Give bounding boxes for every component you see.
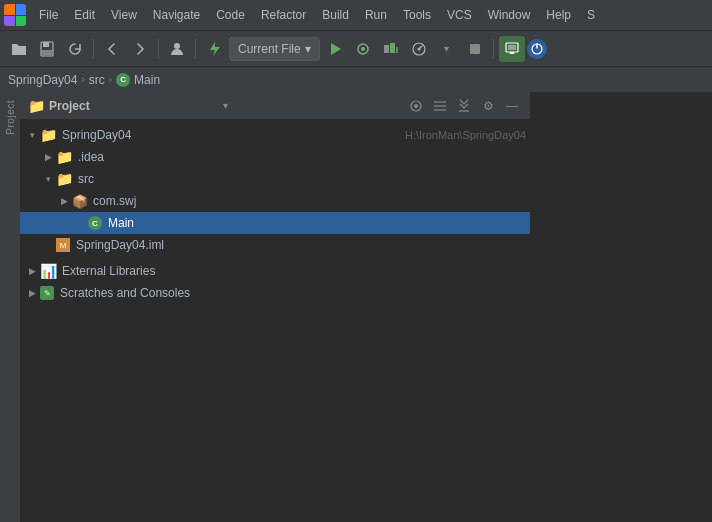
tree-item-scratches[interactable]: ▶ ✎ Scratches and Consoles bbox=[20, 282, 530, 304]
svg-point-7 bbox=[361, 47, 365, 51]
panel-hide-button[interactable]: — bbox=[502, 96, 522, 116]
breadcrumb: SpringDay04 › src › C Main bbox=[0, 66, 712, 92]
run-config-arrow: ▾ bbox=[305, 42, 311, 56]
tree-arrow-com-swj[interactable]: ▶ bbox=[58, 195, 70, 207]
tree-item-iml[interactable]: M SpringDay04.iml bbox=[20, 234, 530, 256]
breadcrumb-sep-2: › bbox=[109, 74, 112, 85]
more-run-button[interactable]: ▾ bbox=[434, 36, 460, 62]
tree-arrow-idea[interactable]: ▶ bbox=[42, 151, 54, 163]
menu-vcs[interactable]: VCS bbox=[440, 5, 479, 25]
folder-icon-springday04: 📁 bbox=[40, 127, 57, 143]
scratches-icon: ✎ bbox=[40, 286, 54, 300]
tree-path-springday04: H:\IronMan\SpringDay04 bbox=[405, 129, 526, 141]
main-content: Project 📁 Project ▾ bbox=[0, 92, 712, 522]
save-button[interactable] bbox=[34, 36, 60, 62]
tree-label-main: Main bbox=[108, 216, 526, 230]
tree-label-idea: .idea bbox=[78, 150, 526, 164]
run-config-label: Current File bbox=[238, 42, 301, 56]
project-panel: 📁 Project ▾ bbox=[20, 92, 530, 522]
tree-arrow-scratches[interactable]: ▶ bbox=[26, 287, 38, 299]
refresh-button[interactable] bbox=[62, 36, 88, 62]
tree-item-idea[interactable]: ▶ 📁 .idea bbox=[20, 146, 530, 168]
breadcrumb-root[interactable]: SpringDay04 bbox=[8, 73, 77, 87]
flash-button[interactable] bbox=[201, 36, 227, 62]
panel-collapse-button[interactable] bbox=[454, 96, 474, 116]
tree-label-iml: SpringDay04.iml bbox=[76, 238, 526, 252]
tree-item-main[interactable]: C Main bbox=[20, 212, 530, 234]
menu-run[interactable]: Run bbox=[358, 5, 394, 25]
tree-item-src[interactable]: ▾ 📁 src bbox=[20, 168, 530, 190]
menu-tools[interactable]: Tools bbox=[396, 5, 438, 25]
separator-1 bbox=[93, 39, 94, 59]
app-logo[interactable] bbox=[4, 4, 26, 26]
svg-point-19 bbox=[414, 104, 418, 108]
svg-rect-8 bbox=[384, 45, 389, 53]
folder-icon-idea: 📁 bbox=[56, 149, 73, 165]
ext-lib-icon: 📊 bbox=[40, 263, 57, 279]
back-button[interactable] bbox=[99, 36, 125, 62]
separator-4 bbox=[493, 39, 494, 59]
tree-label-springday04: SpringDay04 bbox=[62, 128, 399, 142]
svg-rect-3 bbox=[42, 50, 52, 55]
breadcrumb-src[interactable]: src bbox=[89, 73, 105, 87]
menu-code[interactable]: Code bbox=[209, 5, 252, 25]
monitor-button[interactable] bbox=[499, 36, 525, 62]
menu-bar: File Edit View Navigate Code Refactor Bu… bbox=[0, 0, 712, 30]
folder-icon-src: 📁 bbox=[56, 171, 73, 187]
java-class-icon-main: C bbox=[88, 216, 102, 230]
tree-arrow-iml bbox=[42, 239, 54, 251]
breadcrumb-sep-1: › bbox=[81, 74, 84, 85]
side-stripe-project-label[interactable]: Project bbox=[5, 100, 16, 135]
svg-rect-2 bbox=[43, 42, 49, 47]
panel-expand-button[interactable] bbox=[430, 96, 450, 116]
panel-title: Project bbox=[49, 99, 219, 113]
panel-locate-button[interactable] bbox=[406, 96, 426, 116]
menu-window[interactable]: Window bbox=[481, 5, 538, 25]
svg-rect-15 bbox=[508, 45, 516, 50]
breadcrumb-main[interactable]: Main bbox=[134, 73, 160, 87]
menu-extra[interactable]: S bbox=[580, 5, 602, 25]
profiler-button[interactable] bbox=[406, 36, 432, 62]
panel-header: 📁 Project ▾ bbox=[20, 92, 530, 120]
menu-help[interactable]: Help bbox=[539, 5, 578, 25]
tree-label-scratches: Scratches and Consoles bbox=[60, 286, 526, 300]
project-tree: ▾ 📁 SpringDay04 H:\IronMan\SpringDay04 ▶… bbox=[20, 120, 530, 522]
svg-point-4 bbox=[174, 43, 180, 49]
coverage-button[interactable] bbox=[378, 36, 404, 62]
tree-item-com-swj[interactable]: ▶ 📦 com.swj bbox=[20, 190, 530, 212]
svg-rect-13 bbox=[470, 44, 480, 54]
svg-rect-10 bbox=[396, 47, 398, 53]
run-button[interactable] bbox=[322, 36, 348, 62]
tree-label-ext-libs: External Libraries bbox=[62, 264, 526, 278]
svg-marker-5 bbox=[331, 43, 341, 55]
svg-rect-0 bbox=[12, 46, 26, 53]
menu-view[interactable]: View bbox=[104, 5, 144, 25]
user-button[interactable] bbox=[164, 36, 190, 62]
package-icon-com-swj: 📦 bbox=[72, 194, 88, 209]
breadcrumb-java-icon: C bbox=[116, 73, 130, 87]
iml-icon: M bbox=[56, 238, 70, 252]
debug-button[interactable] bbox=[350, 36, 376, 62]
editor-area bbox=[530, 92, 712, 522]
panel-dropdown-arrow[interactable]: ▾ bbox=[223, 100, 228, 111]
forward-button[interactable] bbox=[127, 36, 153, 62]
power-save-button[interactable] bbox=[527, 39, 547, 59]
menu-edit[interactable]: Edit bbox=[67, 5, 102, 25]
run-config-dropdown[interactable]: Current File ▾ bbox=[229, 37, 320, 61]
menu-navigate[interactable]: Navigate bbox=[146, 5, 207, 25]
open-folder-button[interactable] bbox=[6, 36, 32, 62]
menu-refactor[interactable]: Refactor bbox=[254, 5, 313, 25]
tree-arrow-springday04[interactable]: ▾ bbox=[26, 129, 38, 141]
svg-point-12 bbox=[417, 47, 420, 50]
tree-arrow-src[interactable]: ▾ bbox=[42, 173, 54, 185]
tree-label-src: src bbox=[78, 172, 526, 186]
tree-item-springday04[interactable]: ▾ 📁 SpringDay04 H:\IronMan\SpringDay04 bbox=[20, 124, 530, 146]
panel-settings-button[interactable]: ⚙ bbox=[478, 96, 498, 116]
separator-2 bbox=[158, 39, 159, 59]
separator-3 bbox=[195, 39, 196, 59]
stop-button[interactable] bbox=[462, 36, 488, 62]
tree-arrow-ext-libs[interactable]: ▶ bbox=[26, 265, 38, 277]
menu-build[interactable]: Build bbox=[315, 5, 356, 25]
tree-item-ext-libs[interactable]: ▶ 📊 External Libraries bbox=[20, 260, 530, 282]
menu-file[interactable]: File bbox=[32, 5, 65, 25]
